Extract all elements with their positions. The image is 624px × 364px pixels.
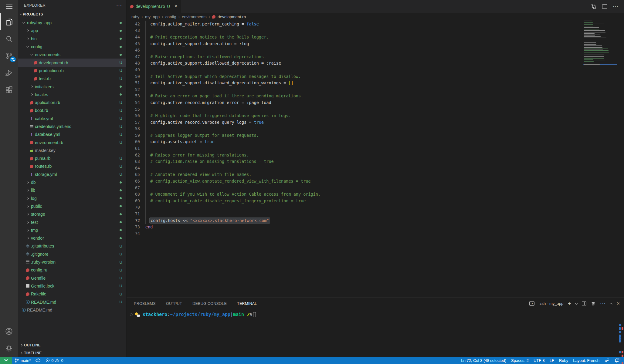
explorer-view-button[interactable] <box>0 13 18 30</box>
breadcrumb-item-environments[interactable]: environments <box>182 15 206 19</box>
code-line-45[interactable]: 45 config.active_support.deprecation = :… <box>127 40 582 47</box>
code-line-63[interactable]: 63 # config.i18n.raise_on_missing_transl… <box>127 158 582 165</box>
code-line-49[interactable]: 49 <box>127 66 582 73</box>
split-terminal-icon[interactable] <box>582 302 586 305</box>
tree-item-test-rb[interactable]: test.rbU <box>18 75 126 83</box>
eol-status[interactable]: LF <box>547 357 557 364</box>
code-line-70[interactable]: 70 <box>127 204 582 211</box>
code-editor[interactable]: 42 config.action_mailer.perform_caching … <box>127 21 624 298</box>
code-line-51[interactable]: 51 config.active_support.disallowed_depr… <box>127 79 582 86</box>
layout-status[interactable]: Layout: French <box>571 357 602 364</box>
tree-item-application-rb[interactable]: application.rbU <box>18 99 126 106</box>
terminal-dropdown-icon[interactable] <box>575 302 578 305</box>
sync-button[interactable] <box>33 357 43 364</box>
tree-item-readme-md[interactable]: iREADME.md <box>18 306 126 314</box>
new-terminal-button[interactable]: + <box>568 301 571 306</box>
tree-item-ruby-version[interactable]: .ruby-versionU <box>18 258 126 266</box>
tree-item-environments[interactable]: environments <box>18 51 126 59</box>
tree-item-rakefile[interactable]: RakefileU <box>18 290 126 298</box>
breadcrumb-item-ruby[interactable]: ruby <box>131 15 139 19</box>
search-view-button[interactable] <box>0 30 18 47</box>
tree-item-boot-rb[interactable]: boot.rbU <box>18 106 126 114</box>
panel-tab-terminal[interactable]: TERMINAL <box>237 299 257 308</box>
tree-item-credentials-yml-enc[interactable]: credentials.yml.encU <box>18 123 126 130</box>
code-line-48[interactable]: 48 config.active_support.disallowed_depr… <box>127 60 582 67</box>
language-status[interactable]: Ruby <box>557 357 571 364</box>
extensions-view-button[interactable] <box>0 81 18 98</box>
tree-item-initializers[interactable]: initializers <box>18 83 126 90</box>
code-line-57[interactable]: 57 config.active_record.verbose_query_lo… <box>127 119 582 126</box>
code-line-44[interactable]: 44 # Print deprecation notices to the Ra… <box>127 34 582 40</box>
tree-item-gemfile[interactable]: GemfileU <box>18 274 126 282</box>
tree-item-public[interactable]: public <box>18 202 126 210</box>
code-line-56[interactable]: 56 # Highlight code that triggered datab… <box>127 112 582 119</box>
code-line-74[interactable]: 74 <box>127 230 582 237</box>
tree-item-tmp[interactable]: tmp <box>18 226 126 234</box>
menu-button[interactable] <box>0 0 18 13</box>
tab-development-rb[interactable]: development.rb U × <box>127 0 181 13</box>
settings-button[interactable] <box>0 340 18 357</box>
split-editor-icon[interactable] <box>602 4 607 9</box>
code-line-42[interactable]: 42 config.action_mailer.perform_caching … <box>127 21 582 27</box>
tree-item-vendor[interactable]: vendor <box>18 234 126 242</box>
code-line-62[interactable]: 62 # Raises error for missing translatio… <box>127 152 582 158</box>
code-line-66[interactable]: 66 # config.action_view.annotate_rendere… <box>127 178 582 184</box>
code-line-68[interactable]: 68 # Uncomment if you wish to allow Acti… <box>127 191 582 197</box>
code-line-55[interactable]: 55 <box>127 106 582 113</box>
code-line-73[interactable]: 73end <box>127 224 582 230</box>
tree-item-config[interactable]: config <box>18 43 126 51</box>
tree-item-production-rb[interactable]: production.rbU <box>18 67 126 75</box>
code-line-53[interactable]: 53 # Raise an error on page load if ther… <box>127 93 582 99</box>
code-line-59[interactable]: 59 # Suppress logger output for asset re… <box>127 132 582 139</box>
minimap[interactable] <box>583 21 620 298</box>
breadcrumb-item-config[interactable]: config <box>165 15 176 19</box>
tree-item-log[interactable]: log <box>18 194 126 202</box>
code-line-71[interactable]: 71 <box>127 211 582 217</box>
code-line-67[interactable]: 67 <box>127 184 582 191</box>
tree-item-development-rb[interactable]: development.rbU <box>18 59 126 66</box>
code-line-64[interactable]: 64 <box>127 165 582 171</box>
tree-item-master-key[interactable]: master.key <box>18 147 126 154</box>
problems-status[interactable]: 0 0 <box>43 357 66 364</box>
open-changes-icon[interactable] <box>591 4 597 9</box>
close-panel-icon[interactable]: × <box>617 301 620 306</box>
tree-item-gitignore[interactable]: .gitignoreU <box>18 250 126 258</box>
code-line-65[interactable]: 65 # Annotate rendered view with file na… <box>127 171 582 178</box>
source-control-view-button[interactable]: 71 <box>0 47 18 64</box>
indentation-status[interactable]: Spaces: 2 <box>509 357 531 364</box>
code-line-52[interactable]: 52 <box>127 86 582 93</box>
tree-item-routes-rb[interactable]: routes.rbU <box>18 162 126 170</box>
code-line-58[interactable]: 58 <box>127 126 582 132</box>
tree-item-app[interactable]: app <box>18 27 126 35</box>
code-line-43[interactable]: 43 <box>127 27 582 34</box>
code-line-46[interactable]: 46 <box>127 47 582 53</box>
outline-section-header[interactable]: OUTLINE <box>18 341 126 349</box>
tree-item-config-ru[interactable]: config.ruU <box>18 266 126 274</box>
kill-terminal-icon[interactable] <box>591 301 595 306</box>
terminal[interactable]: stackhero:~/projects/ruby/my_app|main ✗$ <box>127 309 624 357</box>
tree-item-storage[interactable]: storage <box>18 210 126 218</box>
explorer-actions-button[interactable]: ··· <box>116 3 122 8</box>
tree-item-environment-rb[interactable]: environment.rbU <box>18 138 126 146</box>
tree-item-database-yml[interactable]: !database.ymlU <box>18 130 126 138</box>
code-line-69[interactable]: 69 # config.action_cable.disable_request… <box>127 197 582 204</box>
cursor-position[interactable]: Ln 72, Col 3 (48 selected) <box>459 357 509 364</box>
breadcrumb-file[interactable]: development.rb <box>218 15 246 19</box>
remote-indicator[interactable]: >< <box>0 357 12 364</box>
panel-more-icon[interactable]: ··· <box>600 301 606 306</box>
more-actions-icon[interactable]: ··· <box>613 4 619 9</box>
maximize-panel-icon[interactable] <box>610 303 612 305</box>
tree-item-gitattributes[interactable]: .gitattributesU <box>18 242 126 250</box>
tree-item-bin[interactable]: bin <box>18 35 126 43</box>
tree-item-puma-rb[interactable]: puma.rbU <box>18 154 126 162</box>
panel-tab-debug-console[interactable]: DEBUG CONSOLE <box>192 299 227 308</box>
panel-tab-output[interactable]: OUTPUT <box>166 299 182 308</box>
encoding-status[interactable]: UTF-8 <box>531 357 547 364</box>
code-line-61[interactable]: 61 <box>127 145 582 152</box>
code-line-54[interactable]: 54 config.active_record.migration_error … <box>127 99 582 106</box>
terminal-instance-label[interactable]: zsh - my_app <box>540 301 563 306</box>
tree-item-db[interactable]: db <box>18 178 126 186</box>
feedback-button[interactable] <box>602 357 612 364</box>
tree-item-storage-yml[interactable]: !storage.ymlU <box>18 170 126 178</box>
branch-status[interactable]: main* <box>12 357 33 364</box>
